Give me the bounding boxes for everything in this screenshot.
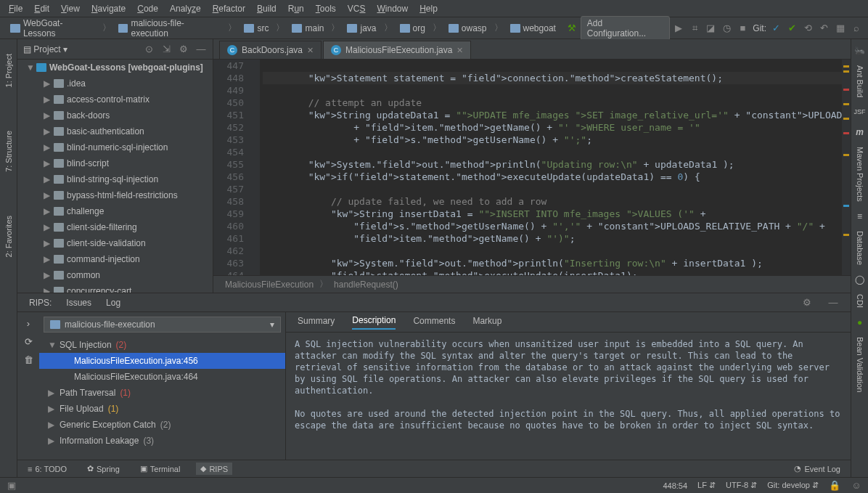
refresh-icon[interactable]: ⟳: [25, 336, 33, 347]
menu-edit[interactable]: Edit: [28, 2, 55, 15]
detail-tab[interactable]: Comments: [413, 316, 455, 329]
trash-icon[interactable]: 🗑: [24, 354, 33, 365]
git-update-icon[interactable]: ✓: [771, 23, 782, 34]
right-tab-maven[interactable]: Maven Projects: [856, 147, 864, 202]
tree-item[interactable]: ▶.idea: [17, 76, 213, 91]
run-configuration-dropdown[interactable]: Add Configuration...: [581, 16, 671, 41]
tree-item[interactable]: ▶blind-string-sql-injection: [17, 171, 213, 187]
expand-icon[interactable]: ›: [27, 318, 30, 329]
bean-icon[interactable]: ●: [854, 317, 866, 328]
right-tab-database[interactable]: Database: [856, 231, 864, 265]
tree-item[interactable]: ▶client-side-validation: [17, 235, 213, 251]
breadcrumb-main[interactable]: main: [287, 22, 328, 35]
left-tab-project[interactable]: 1: Project: [4, 54, 13, 87]
breadcrumb-owasp[interactable]: owasp: [444, 22, 491, 35]
tree-item[interactable]: ▶common: [17, 267, 213, 283]
tree-item[interactable]: ▶back-doors: [17, 107, 213, 123]
detail-tab[interactable]: Description: [352, 315, 396, 330]
issue-category[interactable]: ▼SQL Injection (2): [39, 337, 285, 353]
tree-item[interactable]: ▶bypass-html-field-restrictions: [17, 187, 213, 203]
run-icon[interactable]: ▶: [673, 23, 684, 34]
tree-root[interactable]: ▼ WebGoat-Lessons [webgoat-plugins]: [17, 60, 213, 76]
tree-item[interactable]: ▶basic-authentication: [17, 123, 213, 139]
database-icon[interactable]: ≡: [854, 211, 866, 222]
editor-tab[interactable]: CBackDoors.java✕: [219, 41, 322, 59]
menu-help[interactable]: Help: [414, 2, 443, 15]
left-tab-structure[interactable]: 7: Structure: [4, 131, 13, 172]
project-view-dropdown[interactable]: ▤ Project ▾: [23, 44, 67, 54]
cdi-icon[interactable]: ◯: [854, 274, 866, 285]
close-icon[interactable]: ✕: [456, 46, 463, 55]
breadcrumb-method[interactable]: handleRequest(): [334, 280, 398, 290]
code-editor[interactable]: "kw">Statement statement = "field">conne…: [260, 60, 842, 275]
stop-icon[interactable]: ■: [737, 23, 748, 34]
menu-view[interactable]: View: [55, 2, 86, 15]
search-icon[interactable]: ⌕: [851, 23, 862, 34]
tool-windows-icon[interactable]: ▣: [6, 480, 17, 492]
debug-icon[interactable]: ⌗: [689, 23, 700, 34]
overview-ruler[interactable]: [842, 60, 851, 275]
breadcrumb-org[interactable]: org: [396, 22, 430, 35]
issue-category[interactable]: ▶Generic Exception Catch (2): [39, 417, 285, 433]
bottom-tab-todo[interactable]: ≡ 6: TODO: [23, 463, 71, 475]
locate-icon[interactable]: ⊙: [143, 44, 155, 55]
editor-breadcrumb[interactable]: MaliciousFileExecution 〉 handleRequest(): [213, 275, 851, 293]
bottom-tab-spring[interactable]: ✿ Spring: [83, 463, 124, 475]
project-tree[interactable]: ▼ WebGoat-Lessons [webgoat-plugins] ▶.id…: [17, 60, 213, 293]
issue-item[interactable]: MaliciousFileExecution.java:464: [39, 369, 285, 385]
build-icon[interactable]: ⚒: [566, 23, 578, 34]
tree-item[interactable]: ▶blind-script: [17, 155, 213, 171]
breadcrumb-java[interactable]: java: [343, 22, 380, 35]
menu-run[interactable]: Run: [282, 2, 310, 15]
menu-file[interactable]: File: [3, 2, 28, 15]
git-commit-icon[interactable]: ✔: [787, 23, 798, 34]
tree-item[interactable]: ▶client-side-filtering: [17, 219, 213, 235]
collapse-icon[interactable]: ⇲: [160, 44, 172, 55]
menu-analyze[interactable]: Analyze: [164, 2, 207, 15]
coverage-icon[interactable]: ◪: [705, 23, 716, 34]
event-log-button[interactable]: ◔ Event Log: [790, 463, 845, 475]
gear-icon[interactable]: ⚙: [801, 297, 813, 309]
detail-tab[interactable]: Summary: [298, 316, 335, 329]
tree-item[interactable]: ▶blind-numeric-sql-injection: [17, 139, 213, 155]
git-revert-icon[interactable]: ↶: [819, 23, 830, 34]
detail-tab[interactable]: Markup: [472, 316, 501, 329]
rips-tab-issues[interactable]: Issues: [66, 298, 91, 308]
right-tab-cdi[interactable]: CDI: [856, 294, 864, 308]
menu-window[interactable]: Window: [371, 2, 414, 15]
menu-refactor[interactable]: Refactor: [207, 2, 251, 15]
right-tab-ant[interactable]: Ant Build: [856, 65, 864, 97]
line-number-gutter[interactable]: 4474484494504514524534544554564574584594…: [213, 60, 250, 275]
profile-icon[interactable]: ◷: [721, 23, 732, 34]
git-branch[interactable]: Git: develop ⇵: [767, 481, 819, 490]
git-history-icon[interactable]: ⟲: [803, 23, 814, 34]
maven-icon[interactable]: m: [854, 126, 866, 138]
hide-icon[interactable]: —: [827, 297, 839, 309]
lock-icon[interactable]: 🔒: [829, 480, 840, 492]
breadcrumb-webgoat[interactable]: webgoat: [506, 22, 560, 35]
tree-item[interactable]: ▶challenge: [17, 203, 213, 219]
ant-icon[interactable]: 🐜: [854, 45, 866, 57]
issue-category[interactable]: ▶Information Leakage (3): [39, 433, 285, 449]
breadcrumb-module[interactable]: malicious-file-execution: [114, 17, 226, 40]
tree-item[interactable]: ▶access-control-matrix: [17, 91, 213, 107]
rips-project-dropdown[interactable]: malicious-file-execution ▾: [44, 317, 281, 333]
bottom-tab-rips[interactable]: ◆ RIPS: [196, 463, 232, 475]
issue-category[interactable]: ▶File Upload (1): [39, 401, 285, 417]
close-icon[interactable]: ✕: [307, 46, 314, 55]
fold-gutter[interactable]: [250, 60, 260, 275]
menu-build[interactable]: Build: [251, 2, 282, 15]
breadcrumb-class[interactable]: MaliciousFileExecution: [225, 280, 314, 290]
cursor-position[interactable]: 448:54: [663, 481, 687, 490]
editor-tab[interactable]: CMaliciousFileExecution.java✕: [323, 41, 471, 59]
line-separator[interactable]: LF ⇵: [697, 481, 716, 490]
inspections-icon[interactable]: ☺: [851, 480, 862, 492]
breadcrumb-root[interactable]: WebGoat-Lessons: [6, 17, 99, 40]
bottom-tab-terminal[interactable]: ▣ Terminal: [136, 463, 185, 475]
menu-code[interactable]: Code: [131, 2, 164, 15]
ide-structure-icon[interactable]: ▦: [835, 23, 846, 34]
rips-tab-log[interactable]: Log: [106, 298, 120, 308]
left-tab-favorites[interactable]: 2: Favorites: [4, 216, 13, 257]
menu-vcs[interactable]: VCS: [342, 2, 372, 15]
file-encoding[interactable]: UTF-8 ⇵: [726, 481, 757, 490]
